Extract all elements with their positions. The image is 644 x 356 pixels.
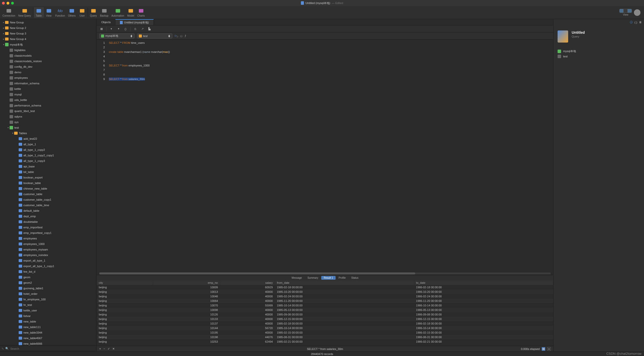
- tree-item-fee_list_d[interactable]: fee_list_d: [0, 269, 96, 274]
- toolbar-charts[interactable]: Charts: [136, 7, 146, 18]
- code-line[interactable]: [109, 59, 551, 63]
- cell[interactable]: 60929: [220, 285, 275, 290]
- tree-item-ods_kettle[interactable]: ods_kettle: [0, 97, 96, 103]
- expand-icon[interactable]: ▸: [2, 27, 5, 29]
- tree-item-chinese_new_table[interactable]: chinese_new_table: [0, 186, 96, 191]
- cell[interactable]: 1985-10-20 00:00:00: [275, 290, 414, 294]
- cell[interactable]: 10198: [153, 335, 220, 339]
- column-header-from_date[interactable]: from_date: [275, 280, 414, 285]
- table-row[interactable]: beijing10133400001985-12-15 00:00:001986…: [97, 317, 553, 321]
- code-line[interactable]: create table nvarcharmax1 (name nvarchar…: [109, 50, 551, 54]
- cell[interactable]: 10098: [153, 308, 220, 312]
- minimize-window[interactable]: [7, 2, 9, 5]
- result-tab-Message[interactable]: Message: [289, 276, 305, 280]
- tree-item-guoneng_table1[interactable]: guoneng_table1: [0, 286, 96, 291]
- result-tab-Summary[interactable]: Summary: [305, 276, 321, 280]
- tree-item-boolean_export[interactable]: boolean_export: [0, 175, 96, 180]
- tree-item-kettle_user[interactable]: kettle_user: [0, 308, 96, 313]
- table-row[interactable]: beijing10126400001985-09-08 00:00:001986…: [97, 312, 553, 317]
- tree-item-new_table4567[interactable]: new_table4567: [0, 335, 96, 341]
- cancel-button[interactable]: ✕: [112, 347, 115, 350]
- tree-item-all_type_1[interactable]: all_type_1: [0, 141, 96, 147]
- table-row[interactable]: beijing10198440761985-08-31 00:00:001986…: [97, 335, 553, 339]
- table-row[interactable]: beijing10013400001985-10-20 00:00:001986…: [97, 290, 553, 294]
- toolbar-connection[interactable]: Connection: [1, 7, 17, 18]
- table-row[interactable]: beijing10048400001985-02-24 00:00:001986…: [97, 294, 553, 299]
- tree-item-doubletable[interactable]: doubletable: [0, 219, 96, 225]
- cell[interactable]: beijing: [97, 299, 153, 303]
- code-line[interactable]: [109, 45, 551, 50]
- cell[interactable]: 1986-08-31 00:00:00: [414, 335, 553, 339]
- tree-item-new_table[interactable]: new_table: [0, 319, 96, 324]
- cell[interactable]: 1986-02-21 00:00:00: [414, 339, 553, 344]
- cell[interactable]: 40000: [220, 312, 275, 317]
- connection-selector[interactable]: mysql本地 ▲▼: [99, 33, 135, 39]
- cell[interactable]: beijing: [97, 303, 153, 308]
- tree-item-quartz_tibot_test[interactable]: quartz_tibot_test: [0, 108, 96, 114]
- format-icon[interactable]: ▾: [109, 27, 114, 31]
- tree-item-sqlynx[interactable]: sqlynx: [0, 114, 96, 119]
- cell[interactable]: 1986-10-14 00:00:00: [414, 326, 553, 330]
- tree-item-new_table3344[interactable]: new_table3344: [0, 330, 96, 335]
- stop-button[interactable]: □: [180, 34, 182, 38]
- table-row[interactable]: beijing10137400001985-02-18 00:00:001986…: [97, 321, 553, 326]
- cell[interactable]: 1985-09-08 00:00:00: [275, 312, 414, 317]
- tree-item-hr_employee_100[interactable]: hr_employee_100: [0, 297, 96, 302]
- cell[interactable]: 1986-09-08 00:00:00: [414, 312, 553, 317]
- tree-item-employees_1000[interactable]: employees_1000: [0, 241, 96, 247]
- result-grid[interactable]: cityemp_nosalaryfrom_dateto_datebeijing1…: [97, 280, 553, 346]
- expand-icon[interactable]: ▾: [11, 132, 14, 134]
- tree-item-geom2[interactable]: geom2: [0, 280, 96, 286]
- grid-view-button[interactable]: ▦: [542, 347, 545, 351]
- tree-item-employees[interactable]: employees: [0, 236, 96, 241]
- sql-editor[interactable]: 123456789 SELECT * FROM time_users creat…: [97, 40, 553, 275]
- tab-Objects[interactable]: Objects: [97, 19, 115, 25]
- cell[interactable]: 40000: [220, 330, 275, 335]
- save-icon[interactable]: ▦: [99, 27, 104, 31]
- column-header-salary[interactable]: salary: [220, 280, 275, 285]
- tree-item-New Group[interactable]: ▸ New Group: [0, 20, 96, 25]
- copy-icon[interactable]: ⎘: [133, 27, 138, 31]
- cell[interactable]: 1986-02-24 00:00:00: [414, 294, 553, 299]
- tree-item-kettle[interactable]: kettle: [0, 86, 96, 92]
- toolbar-backup[interactable]: Backup: [99, 7, 110, 18]
- cell[interactable]: beijing: [97, 321, 153, 326]
- tree-item-classicmodels[interactable]: classicmodels: [0, 53, 96, 58]
- chart-icon[interactable]: ▙: [147, 27, 152, 31]
- table-row[interactable]: beijing10195400001985-02-15 00:00:001986…: [97, 330, 553, 335]
- code-icon[interactable]: ( ): [635, 21, 637, 24]
- tree-item-customer_table_time[interactable]: customer_table_time: [0, 202, 96, 208]
- table-row[interactable]: beijing10064400001985-11-20 00:00:001986…: [97, 299, 553, 303]
- form-view-button[interactable]: ≡: [547, 347, 551, 351]
- add-row-button[interactable]: +: [99, 347, 101, 350]
- cell[interactable]: 10144: [153, 326, 220, 330]
- explain-button[interactable]: ⤴: [185, 34, 186, 38]
- tree-item-New Group 4[interactable]: ▸ New Group 4: [0, 36, 96, 42]
- code-line[interactable]: [109, 68, 551, 72]
- cell[interactable]: 10013: [153, 290, 220, 294]
- cell[interactable]: 62494: [220, 339, 275, 344]
- cell[interactable]: 40000: [220, 308, 275, 312]
- tree-item-employees_noindex[interactable]: employees_noindex: [0, 252, 96, 258]
- commit-button[interactable]: ✓: [108, 347, 110, 350]
- object-tree[interactable]: ▸ New Group ▸ New Group 2 ▸ New Group 3 …: [0, 19, 96, 345]
- tree-item-add_test22[interactable]: add_test22: [0, 136, 96, 141]
- expand-icon[interactable]: ▸: [2, 21, 5, 24]
- cell[interactable]: beijing: [97, 335, 153, 339]
- expand-icon[interactable]: ▸: [2, 32, 5, 35]
- delete-row-button[interactable]: −: [103, 347, 105, 350]
- tree-item-test[interactable]: ▾ test: [0, 125, 96, 130]
- tree-item-export_all_type_1_copy1[interactable]: export_all_type_1_copy1: [0, 263, 96, 269]
- cell[interactable]: 1985-02-18 00:00:00: [275, 285, 414, 290]
- table-row[interactable]: beijing10009609291985-02-18 00:00:001986…: [97, 285, 553, 290]
- cell[interactable]: 40000: [220, 294, 275, 299]
- toolbar-new-query[interactable]: New Query: [17, 7, 33, 18]
- table-row[interactable]: beijing10098400001985-05-13 00:00:001986…: [97, 308, 553, 312]
- tree-item-performance_schema[interactable]: performance_schema: [0, 103, 96, 108]
- cell[interactable]: 1986-12-15 00:00:00: [414, 317, 553, 321]
- beautify-icon[interactable]: ✦: [116, 27, 121, 31]
- database-selector[interactable]: test ▲▼: [137, 33, 172, 39]
- toolbar-automation[interactable]: Automation: [110, 7, 126, 18]
- cell[interactable]: 1985-11-20 00:00:00: [275, 299, 414, 303]
- tree-item-all_type_1_copy2[interactable]: all_type_1_copy2: [0, 147, 96, 153]
